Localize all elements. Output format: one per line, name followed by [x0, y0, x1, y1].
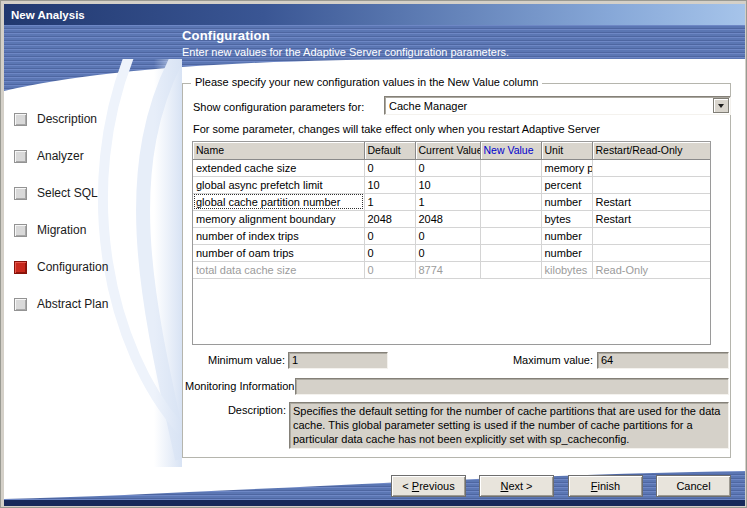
step-square-icon	[14, 187, 27, 200]
cell-default[interactable]: 2048	[364, 210, 415, 227]
cell-current: 8774	[415, 261, 480, 278]
cell-restart: Restart	[592, 193, 710, 210]
column-header-restart[interactable]: Restart/Read-Only	[592, 142, 710, 159]
cell-name[interactable]: global async prefetch limit	[193, 176, 364, 193]
step-square-icon	[14, 261, 27, 274]
column-header-name[interactable]: Name	[193, 142, 364, 159]
cell-current[interactable]: 0	[415, 227, 480, 244]
cell-unit: kilobytes	[541, 261, 592, 278]
column-header-current[interactable]: Current Value	[415, 142, 480, 159]
cell-current[interactable]: 1	[415, 193, 480, 210]
sidebar-item-analyzer: Analyzer	[14, 148, 84, 164]
cell-name: total data cache size	[193, 261, 364, 278]
window-title: New Analysis	[11, 9, 85, 21]
monitoring-information-field	[295, 378, 729, 395]
finish-button[interactable]: Finish	[568, 475, 643, 497]
table-row: total data cache size 0 8774 kilobytes R…	[193, 261, 710, 278]
step-square-icon	[14, 150, 27, 163]
cell-unit: percent	[541, 176, 592, 193]
cell-new-value[interactable]	[480, 159, 541, 176]
cell-new-value[interactable]	[480, 244, 541, 261]
cell-restart	[592, 176, 710, 193]
cell-default[interactable]: 0	[364, 227, 415, 244]
cell-current[interactable]: 0	[415, 159, 480, 176]
cell-restart: Restart	[592, 210, 710, 227]
cell-restart	[592, 244, 710, 261]
sidebar-item-label: Analyzer	[37, 149, 84, 163]
sidebar-item-label: Configuration	[37, 260, 108, 274]
cell-new-value[interactable]	[480, 193, 541, 210]
restart-note: For some parameter, changes will take ef…	[193, 123, 600, 135]
cell-unit: memory pages	[541, 159, 592, 176]
cell-default[interactable]: 0	[364, 244, 415, 261]
step-square-icon	[14, 224, 27, 237]
table-row: extended cache size 0 0 memory pages	[193, 159, 710, 176]
table-header-row: Name Default Current Value New Value Uni…	[193, 142, 710, 159]
cancel-button[interactable]: Cancel	[656, 475, 731, 497]
cell-new-value	[480, 261, 541, 278]
maximum-value-label: Maximum value:	[443, 354, 593, 366]
footer-navy-strip	[4, 500, 745, 506]
cell-name[interactable]: memory alignment boundary	[193, 210, 364, 227]
description-field: Specifies the default setting for the nu…	[289, 402, 729, 449]
cell-unit: number	[541, 244, 592, 261]
cell-default[interactable]: 0	[364, 159, 415, 176]
cell-unit: bytes	[541, 210, 592, 227]
step-square-icon	[14, 298, 27, 311]
cell-name[interactable]: number of oam trips	[193, 244, 364, 261]
cell-default: 0	[364, 261, 415, 278]
sidebar-item-migration: Migration	[14, 222, 86, 238]
table-row: memory alignment boundary 2048 2048 byte…	[193, 210, 710, 227]
cell-new-value[interactable]	[480, 176, 541, 193]
cell-unit: number	[541, 227, 592, 244]
cell-name[interactable]: global cache partition number	[193, 193, 364, 210]
parameters-table: Name Default Current Value New Value Uni…	[192, 141, 711, 345]
page-subtitle: Enter new values for the Adaptive Server…	[182, 46, 509, 58]
minimum-value-label: Minimum value:	[185, 354, 285, 366]
step-square-icon	[14, 113, 27, 126]
cell-restart: Read-Only	[592, 261, 710, 278]
column-header-new-value[interactable]: New Value	[480, 142, 541, 159]
sidebar-item-abstract-plan: Abstract Plan	[14, 296, 108, 312]
sidebar-edge-gradient	[154, 59, 182, 467]
monitoring-information-label: Monitoring Information:	[185, 380, 292, 392]
cell-unit: number	[541, 193, 592, 210]
sidebar-item-label: Abstract Plan	[37, 297, 108, 311]
cell-current[interactable]: 0	[415, 244, 480, 261]
next-button[interactable]: Next >	[479, 475, 554, 497]
cell-default[interactable]: 10	[364, 176, 415, 193]
table-row: number of oam trips 0 0 number	[193, 244, 710, 261]
cell-new-value[interactable]	[480, 227, 541, 244]
dropdown-selected-value: Cache Manager	[389, 100, 467, 112]
sidebar-item-select-sql: Select SQL	[14, 185, 98, 201]
sidebar-item-label: Migration	[37, 223, 86, 237]
column-header-unit[interactable]: Unit	[541, 142, 592, 159]
maximum-value-field: 64	[597, 352, 729, 369]
groupbox-title: Please specify your new configuration va…	[191, 76, 542, 88]
sidebar-item-label: Select SQL	[37, 186, 98, 200]
parameter-category-dropdown[interactable]: Cache Manager	[384, 96, 731, 115]
config-groupbox: Please specify your new configuration va…	[182, 83, 731, 458]
sidebar-item-description: Description	[14, 111, 97, 127]
cell-restart	[592, 159, 710, 176]
chevron-down-icon[interactable]	[713, 98, 729, 113]
wizard-window: New Analysis Configuration Enter new val…	[0, 0, 747, 508]
previous-button[interactable]: < Previous	[391, 475, 466, 497]
minimum-value-field: 1	[288, 352, 388, 369]
sidebar-item-configuration: Configuration	[14, 259, 108, 275]
page-title: Configuration	[182, 28, 509, 43]
column-header-default[interactable]: Default	[364, 142, 415, 159]
title-bar[interactable]: New Analysis	[4, 4, 745, 25]
cell-default[interactable]: 1	[364, 193, 415, 210]
cell-name[interactable]: number of index trips	[193, 227, 364, 244]
cell-restart	[592, 227, 710, 244]
cell-name[interactable]: extended cache size	[193, 159, 364, 176]
table-row: global async prefetch limit 10 10 percen…	[193, 176, 710, 193]
table-row: global cache partition number 1 1 number…	[193, 193, 710, 210]
description-label: Description:	[185, 404, 286, 416]
filter-label: Show configuration parameters for:	[193, 101, 364, 113]
sidebar-item-label: Description	[37, 112, 97, 126]
cell-current[interactable]: 2048	[415, 210, 480, 227]
cell-current[interactable]: 10	[415, 176, 480, 193]
cell-new-value[interactable]	[480, 210, 541, 227]
